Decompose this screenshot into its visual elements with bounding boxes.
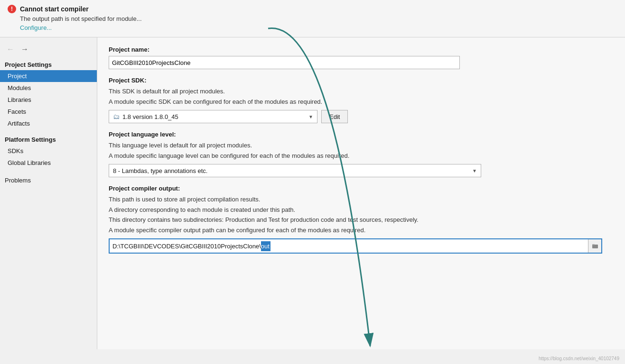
sidebar-item-project[interactable]: Project xyxy=(0,70,97,82)
sidebar: ← → Project Settings Project Modules Lib… xyxy=(0,37,97,349)
error-description: The output path is not specified for mod… xyxy=(20,15,617,22)
main-container: ← → Project Settings Project Modules Lib… xyxy=(0,37,625,349)
sdk-label: Project SDK: xyxy=(109,77,614,84)
language-level-section: Project language level: This language le… xyxy=(109,131,614,177)
lang-desc2: A module specific language level can be … xyxy=(109,151,614,161)
sidebar-item-problems[interactable]: Problems xyxy=(0,174,97,186)
sdk-row: 🗂 1.8 version 1.8.0_45 ▼ Edit xyxy=(109,110,614,123)
lang-desc1: This language level is default for all p… xyxy=(109,141,614,150)
sidebar-item-artifacts[interactable]: Artifacts xyxy=(0,118,97,129)
sidebar-item-modules[interactable]: Modules xyxy=(0,82,97,94)
project-name-section: Project name: xyxy=(109,46,614,69)
back-button[interactable]: ← xyxy=(5,44,16,55)
sdk-folder-icon: 🗂 xyxy=(113,113,120,120)
lang-arrow-icon: ▼ xyxy=(472,168,477,173)
compiler-desc1: This path is used to store all project c… xyxy=(109,195,614,204)
compiler-output-label: Project compiler output: xyxy=(109,185,614,192)
sdk-dropdown[interactable]: 🗂 1.8 version 1.8.0_45 ▼ xyxy=(109,110,317,123)
project-sdk-section: Project SDK: This SDK is default for all… xyxy=(109,77,614,123)
project-name-input[interactable] xyxy=(109,56,460,69)
error-icon: ! xyxy=(8,5,16,13)
sidebar-nav-row: ← → xyxy=(0,42,97,58)
compiler-desc4: A module specific compiler output path c… xyxy=(109,226,614,235)
output-path-highlighted: out xyxy=(261,241,271,251)
output-path-input[interactable] xyxy=(271,239,588,253)
language-level-value: 8 - Lambdas, type annotations etc. xyxy=(113,167,472,174)
svg-rect-0 xyxy=(592,245,598,248)
sidebar-item-facets[interactable]: Facets xyxy=(0,106,97,118)
sidebar-item-global-libraries[interactable]: Global Libraries xyxy=(0,157,97,169)
content-area: Project name: Project SDK: This SDK is d… xyxy=(97,37,625,349)
sidebar-divider-2 xyxy=(0,169,97,173)
compiler-output-section: Project compiler output: This path is us… xyxy=(109,185,614,254)
sidebar-item-sdks[interactable]: SDKs xyxy=(0,145,97,157)
output-path-prefix: D:\TCGBIII\DEVCODES\GitCGBIII2010Project… xyxy=(110,241,261,251)
platform-settings-header: Platform Settings xyxy=(0,133,97,145)
sdk-desc2: A module specific SDK can be configured … xyxy=(109,97,614,107)
error-banner: ! Cannot start compiler The output path … xyxy=(0,0,625,37)
watermark: https://blog.csdn.net/weixin_40102749 xyxy=(539,356,619,361)
sidebar-divider xyxy=(0,129,97,133)
folder-icon xyxy=(592,243,598,249)
sidebar-item-libraries[interactable]: Libraries xyxy=(0,94,97,106)
sdk-value: 1.8 version 1.8.0_45 xyxy=(122,113,306,120)
forward-button[interactable]: → xyxy=(19,44,30,55)
language-level-label: Project language level: xyxy=(109,131,614,138)
compiler-desc3: This directory contains two subdirectori… xyxy=(109,215,614,225)
sdk-desc1: This SDK is default for all project modu… xyxy=(109,87,614,96)
sdk-edit-button[interactable]: Edit xyxy=(321,110,348,123)
error-title: Cannot start compiler xyxy=(20,5,89,13)
compiler-desc2: A directory corresponding to each module… xyxy=(109,205,614,215)
output-path-browse-button[interactable] xyxy=(588,239,601,253)
project-name-label: Project name: xyxy=(109,46,614,53)
configure-link[interactable]: Configure... xyxy=(20,24,617,31)
language-level-dropdown[interactable]: 8 - Lambdas, type annotations etc. ▼ xyxy=(109,164,481,177)
compiler-output-row: D:\TCGBIII\DEVCODES\GitCGBIII2010Project… xyxy=(109,238,602,254)
sdk-arrow-icon: ▼ xyxy=(308,114,313,119)
error-title-row: ! Cannot start compiler xyxy=(8,5,617,13)
svg-rect-1 xyxy=(592,244,595,245)
project-settings-header: Project Settings xyxy=(0,58,97,70)
